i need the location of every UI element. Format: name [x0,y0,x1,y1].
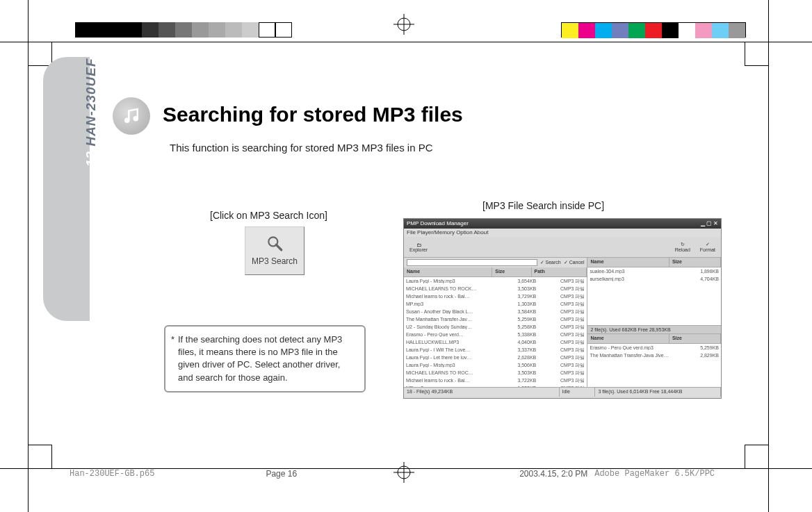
footer-app: Adobe PageMaker 6.5K/PPC [594,469,715,479]
col-size[interactable]: Size [492,267,531,276]
chapter-tab: 13 HAN-230UEF [43,57,90,321]
list-item[interactable]: Erasmo - Pero Que verd.mp35,259KB [587,344,721,352]
print-color-bar-right [561,22,746,38]
list-item[interactable]: Susan - Another Day Black L…3,584KBCMP3 … [404,308,587,315]
list-item[interactable]: The Manhattan Transfer-Java Jive…2,829KB [587,352,721,359]
page-subtitle: This function is searching for stored MP… [170,142,433,154]
cancel-button[interactable]: ✓ Cancel [564,260,585,265]
file-list-pane: ✓ Search ✓ Cancel Name Size Path Laura F… [404,258,587,387]
chapter-model: HAN-230UEF [83,58,98,146]
mp3-search-label: MP3 Search [245,256,304,266]
caption-click-icon: [Click on MP3 Search Icon] [210,210,327,221]
window-menubar[interactable]: File Player/Memory Option About [404,229,721,237]
note-text: If the searching does not detect any MP3… [178,334,342,383]
print-color-bar-left [75,22,292,38]
list-item[interactable]: Michael learns to rock - Bal…3,722KBCMP3… [404,377,587,384]
footer-date: 2003.4.15, 2:0 PM [519,469,587,479]
list-item[interactable]: Laura Fygi - Misty.mp33,506KBCMP3 파일 [404,361,587,369]
player-caption: 2 file(s). Used 682KB Free 28,953KB [587,326,721,334]
list-item[interactable]: Michael learns to rock - Bal…3,729KBCMP3… [404,292,587,300]
list-item[interactable]: U2 - Sunday Bloody Sunday…5,258KBCMP3 파일 [404,323,587,331]
note-asterisk: * [171,333,174,346]
footer-filename: Han-230UEF-GB.p65 [70,469,154,479]
print-footer: Han-230UEF-GB.p65 Page 16 2003.4.15, 2:0… [70,469,749,479]
col-path[interactable]: Path [532,267,587,276]
list-item[interactable]: Laura Fygi - Let there be lov…2,628KBCMP… [404,354,587,361]
list-item[interactable]: MP.mp31,303KBCMP3 파일 [404,384,587,387]
footer-page: Page 16 [266,469,297,479]
chapter-number: 13 [83,151,98,167]
svg-point-6 [125,119,129,122]
magnifier-icon [266,234,284,252]
list-item[interactable]: sualee-304.mp31,898KB [587,267,721,275]
explorer-button[interactable]: 🗀 Explorer [407,241,430,254]
window-toolbar: 🗀 Explorer ↻ Reload ✓ Format [404,237,721,258]
list-item[interactable]: MP.mp31,303KBCMP3 파일 [404,300,587,308]
list-item[interactable]: aurselkamj.mp34,704KB [587,275,721,283]
format-button[interactable]: ✓ Format [697,240,718,254]
status-mid: Idle [560,388,596,397]
folder-icon: 🗀 [416,242,421,247]
note-box: * If the searching does not detect any M… [164,325,366,393]
reload-icon: ↻ [681,242,685,247]
register-mark-top [393,14,414,35]
statusbar: 18 - File(s) 49,234KB Idle 3 file(s). Us… [404,387,721,397]
player-pane: 2 file(s). Used 682KB Free 28,953KB Name… [587,326,721,387]
memory-pane: Name Size sualee-304.mp31,898KBaurselkam… [587,258,721,326]
list-item[interactable]: MICHAEL LEARNS TO ROCK…3,503KBCMP3 파일 [404,285,587,292]
list-item[interactable]: Laura Fygi - I Will The Love…3,337KBCMP3… [404,346,587,354]
format-icon: ✓ [706,242,710,247]
heading-music-icon [113,97,150,135]
list-item[interactable]: The Manhattan Transfer-Jav…5,259KBCMP3 파… [404,315,587,323]
list-item[interactable]: MICHAEL LEARNS TO ROC…3,503KBCMP3 파일 [404,369,587,377]
svg-point-7 [134,117,138,120]
list-item[interactable]: HALLELUCKWELL.MP34,040KBCMP3 파일 [404,338,587,346]
search-button[interactable]: ✓ Search [540,260,561,265]
window-titlebar: PMP Download Manager ▁ ▢ ✕ [404,219,721,229]
mp3-search-button[interactable]: MP3 Search [245,226,304,275]
col-name[interactable]: Name [404,267,492,276]
col-size-r2[interactable]: Size [669,334,721,343]
window-controls-icon[interactable]: ▁ ▢ ✕ [701,220,718,227]
list-item[interactable]: Laura Fygi - Misty.mp33,654KBCMP3 파일 [404,277,587,285]
page-title: Searching for stored MP3 files [163,103,463,126]
svg-line-9 [276,245,282,250]
status-left: 18 - File(s) 49,234KB [404,388,560,397]
list-item[interactable]: Erasmo - Pero Que verd…5,338KBCMP3 파일 [404,331,587,338]
col-size-r1[interactable]: Size [669,258,721,267]
status-right: 3 file(s). Used 6,014KB Free 18,444KB [595,388,721,397]
reload-button[interactable]: ↻ Reload [672,240,693,254]
caption-search-in-pc: [MP3 File Search inside PC] [482,200,604,211]
app-window: PMP Download Manager ▁ ▢ ✕ File Player/M… [403,218,722,399]
drive-select[interactable] [407,259,537,266]
col-name-r1[interactable]: Name [587,258,669,267]
col-name-r2[interactable]: Name [587,334,669,343]
